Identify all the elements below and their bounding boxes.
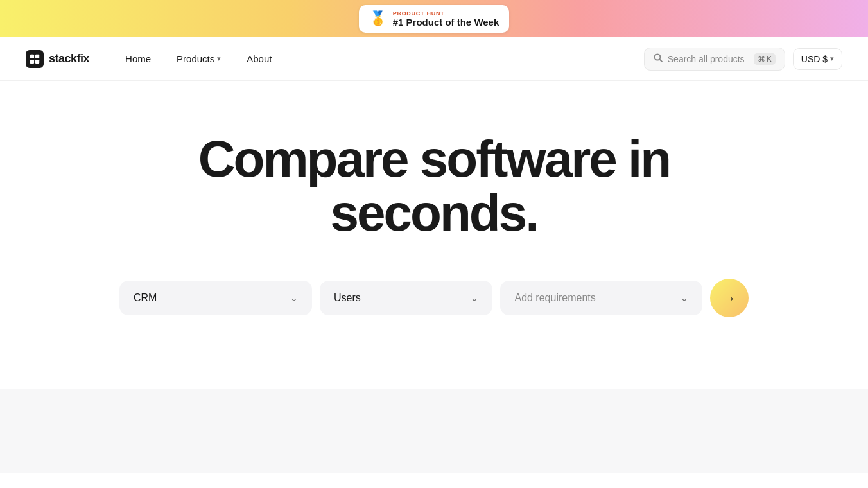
currency-chevron-icon: ▾ [830, 55, 834, 63]
logo-svg [29, 53, 40, 65]
search-controls: CRM ⌄ Users ⌄ Add requirements ⌄ → [119, 279, 749, 317]
shortcut-key: K [767, 55, 772, 64]
hero-title: Compare software in seconds. [113, 132, 755, 240]
below-fold-section [0, 389, 868, 473]
nav-item-about[interactable]: About [236, 48, 282, 69]
navbar: stackfix Home Products ▾ About Search al… [0, 37, 868, 81]
search-icon [654, 53, 663, 64]
logo[interactable]: stackfix [26, 50, 89, 68]
medal-emoji: 🥇 [369, 12, 386, 26]
nav-products-label: Products [177, 53, 214, 64]
banner-text-block: PRODUCT HUNT #1 Product of the Week [393, 10, 499, 28]
requirements-dropdown[interactable]: Add requirements ⌄ [500, 281, 702, 315]
category-chevron-icon: ⌄ [290, 293, 298, 303]
nav-links: Home Products ▾ About [115, 48, 618, 69]
shortcut-cmd: ⌘ [758, 55, 765, 64]
svg-line-5 [659, 60, 662, 62]
nav-right: Search all products ⌘ K USD $ ▾ [644, 48, 842, 71]
product-hunt-title: #1 Product of the Week [393, 17, 499, 28]
currency-label: USD $ [801, 54, 828, 64]
users-label: Users [334, 292, 361, 304]
products-chevron-icon: ▾ [217, 55, 221, 63]
nav-item-home[interactable]: Home [115, 48, 161, 69]
category-label: CRM [134, 292, 157, 304]
requirements-chevron-icon: ⌄ [681, 293, 688, 303]
svg-rect-2 [30, 59, 34, 63]
users-chevron-icon: ⌄ [471, 293, 478, 303]
nav-item-products[interactable]: Products ▾ [166, 48, 231, 69]
nav-home-label: Home [125, 53, 151, 64]
requirements-placeholder: Add requirements [514, 292, 595, 304]
search-shortcut: ⌘ K [754, 53, 776, 65]
svg-rect-3 [35, 59, 39, 63]
banner-card[interactable]: 🥇 PRODUCT HUNT #1 Product of the Week [359, 5, 510, 33]
logo-text: stackfix [49, 52, 89, 65]
product-hunt-banner: 🥇 PRODUCT HUNT #1 Product of the Week [0, 0, 868, 37]
users-dropdown[interactable]: Users ⌄ [320, 281, 492, 315]
search-placeholder-text: Search all products [668, 54, 749, 64]
nav-about-label: About [247, 53, 272, 64]
currency-selector[interactable]: USD $ ▾ [793, 48, 842, 70]
logo-icon [26, 50, 44, 68]
product-hunt-label: PRODUCT HUNT [393, 10, 499, 17]
svg-rect-0 [30, 54, 34, 58]
svg-rect-1 [35, 54, 39, 58]
search-bar[interactable]: Search all products ⌘ K [644, 48, 785, 71]
submit-button[interactable]: → [710, 279, 749, 317]
hero-section: Compare software in seconds. CRM ⌄ Users… [0, 81, 868, 389]
submit-arrow-icon: → [723, 291, 736, 306]
category-dropdown[interactable]: CRM ⌄ [119, 281, 312, 315]
